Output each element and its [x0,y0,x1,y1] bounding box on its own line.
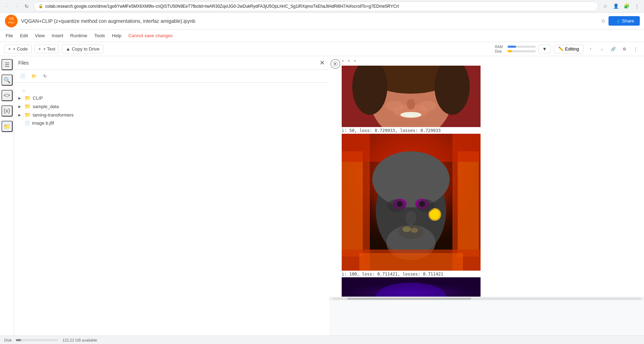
cell-run-button[interactable] [330,59,340,69]
folder-arrow-clip: ▶ [18,96,22,100]
h-scrollbar-track [332,298,641,300]
folder-label-clip: CLIP [33,95,43,101]
drive-icon: ▲ [66,46,70,52]
face-image-svg [342,66,481,127]
menu-insert[interactable]: Insert [49,32,66,40]
disk-bottom-label: Disk [4,338,12,342]
add-text-button[interactable]: + + Text [34,45,59,53]
file-item-imageb[interactable]: 📄 image b.jfif [14,119,329,127]
notebook-cell-output-text-2: i: 100, loss: 0.711421, losses: 0.711421 [329,271,644,277]
sidebar-title: Files [18,60,29,66]
file-item-dotdot[interactable]: .. [14,86,329,94]
menu-view[interactable]: View [32,32,47,40]
colab-logo: CO PRO [4,14,18,28]
menu-file[interactable]: File [3,32,16,40]
disk-progress [508,50,536,52]
output-image-1 [342,66,481,127]
folder-icon-sample: 📁 [25,104,31,109]
notebook-cell-output-text-1: i: 50, loss: 0.729933, losses: 0.729933 [329,127,644,134]
edit-button[interactable]: ✏️ Editing [554,45,584,53]
forward-button[interactable]: → [13,2,21,11]
svg-text:CO: CO [9,17,14,20]
svg-point-37 [417,199,434,212]
image2-wrapper [329,134,644,271]
cell-link-button[interactable]: 🔗 [609,45,617,53]
fire-image-svg [342,134,481,271]
refresh-button[interactable]: ↻ [22,2,31,11]
folder-label-sample: sample_data [33,104,59,109]
svg-point-14 [386,101,403,111]
menu-tools[interactable]: Tools [91,32,108,40]
menu-runtime[interactable]: Runtime [67,32,90,40]
share-icon: 👥 [614,18,620,24]
output-image-2 [342,134,481,271]
share-button[interactable]: 👥 Share [608,16,640,26]
bottom-bar: Disk 122.22 GB available [0,336,644,344]
svg-text:PRO: PRO [8,21,14,24]
file-item-sample-data[interactable]: ▶ 📁 sample_data [14,102,329,111]
cannot-save-message: Cannot save changes [128,33,173,38]
ram-disk-widget: RAM Disk [495,45,536,53]
sidebar-code-button[interactable]: <> [1,90,13,101]
sidebar-icon-panel: ☰ 🔍 <> {x} 📁 [0,56,14,336]
ram-fill [508,46,516,48]
app-content: CO PRO VQGAN+CLIP (z+quantize method con… [0,13,644,344]
file-icon-imageb: 📄 [25,121,30,126]
output-text-2: i: 100, loss: 0.711421, losses: 0.711421 [342,272,443,277]
svg-point-13 [407,99,415,110]
sidebar-toc-button[interactable]: ☰ [1,59,13,70]
cell-more-button[interactable]: ⋮ [631,45,640,53]
add-code-button[interactable]: + + Code [4,45,32,53]
svg-point-15 [419,101,436,111]
browser-menu-button[interactable]: ⋮ [633,2,641,11]
copy-to-drive-button[interactable]: ▲ Copy to Drive [62,45,103,53]
menu-edit[interactable]: Edit [17,32,31,40]
extensions-button[interactable]: 🧩 [622,2,631,11]
sidebar-files-button[interactable]: 📁 [1,121,13,132]
file-item-clip[interactable]: ▶ 📁 CLIP [14,94,329,102]
notebook-title: VQGAN+CLIP (z+quantize method con augmen… [21,18,597,24]
menu-bar: File Edit View Insert Runtime Tools Help… [0,29,644,42]
cell-settings-button[interactable]: ⚙ [620,45,629,53]
dropdown-button[interactable]: ▼ [539,45,551,53]
toolbar-right: RAM Disk ▼ ✏️ Editing [495,45,640,53]
content-area[interactable]: • • • [329,56,644,336]
output-text-container-1: i: 50, loss: 0.729933, losses: 0.729933 [329,127,644,134]
notebook-cell-1: • • • [329,56,644,127]
profile-button[interactable]: 👤 [612,2,620,11]
folder-icon-taming: 📁 [25,112,31,118]
sidebar-file-list: .. ▶ 📁 CLIP ▶ 📁 sample_data ▶ 📁 [14,83,329,336]
svg-marker-4 [335,63,336,65]
output-text-container-2: i: 100, loss: 0.711421, losses: 0.711421 [329,271,644,277]
upload-file-button[interactable]: 📄 [18,72,27,80]
address-bar[interactable]: 🔒 colab.research.google.com/drive/1go6Yw… [34,1,598,11]
folder-arrow-sample: ▶ [18,105,22,108]
disk-available-text: 122.22 GB available [62,338,97,342]
toolbar: + + Code + + Text ▲ Copy to Drive RAM [0,42,644,56]
disk-label: Disk [495,49,505,53]
bookmark-button[interactable]: ☆ [601,2,610,11]
folder-arrow-taming: ▶ [18,113,22,117]
sidebar-search-button[interactable]: 🔍 [1,74,13,86]
disk-fill [508,50,512,52]
h-scrollbar[interactable] [329,297,644,301]
refresh-files-button[interactable]: ↻ [41,72,49,80]
new-folder-button[interactable]: 📁 [30,72,38,80]
star-icon[interactable]: ☆ [601,18,606,24]
back-button[interactable]: ← [3,2,11,11]
cell-up-button[interactable]: ↑ [586,45,595,53]
h-scrollbar-thumb[interactable] [347,298,471,300]
browser-actions: ☆ 👤 🧩 ⋮ [601,2,641,11]
browser-frame: ← → ↻ 🔒 colab.research.google.com/drive/… [0,0,644,344]
purple-image-svg [342,277,481,297]
menu-help[interactable]: Help [109,32,124,40]
disk-bottom-fill [16,339,21,341]
sidebar-variables-button[interactable]: {x} [1,105,13,117]
cell-down-button[interactable]: ↓ [598,45,606,53]
main-layout: ☰ 🔍 <> {x} 📁 Files ✕ 📄 📁 ↻ [0,56,644,336]
sidebar-close-button[interactable]: ✕ [320,59,325,67]
image3-wrapper [329,277,644,297]
file-item-taming[interactable]: ▶ 📁 taming-transformers [14,111,329,119]
top-bar: CO PRO VQGAN+CLIP (z+quantize method con… [0,13,644,29]
notebook-cell-2 [329,134,644,271]
